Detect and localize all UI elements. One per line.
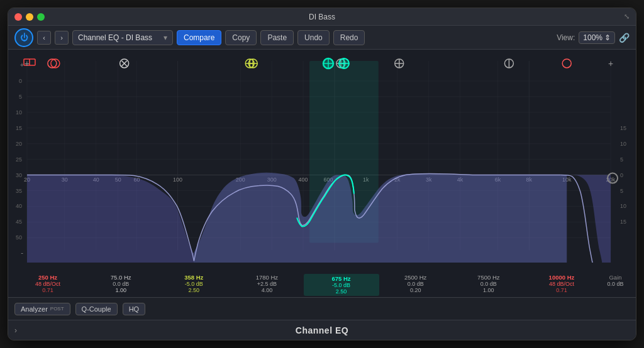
band-8-sub1: 48 dB/Oct xyxy=(549,281,574,287)
band-7-sub1: 0.0 dB xyxy=(480,281,497,287)
close-button[interactable] xyxy=(14,13,22,21)
svg-text:10: 10 xyxy=(620,203,626,209)
band-3-info: 358 Hz -5.0 dB 2.50 xyxy=(157,274,230,293)
band-5-sub2: 2.50 xyxy=(336,288,347,295)
svg-text:25: 25 xyxy=(16,156,22,163)
band-2-sub2: 1.00 xyxy=(115,287,126,293)
svg-text:5: 5 xyxy=(620,156,623,163)
q-couple-button[interactable]: Q-Couple xyxy=(75,303,118,315)
svg-text:10: 10 xyxy=(16,109,22,116)
copy-button[interactable]: Copy xyxy=(225,30,257,45)
footer: › Channel EQ xyxy=(8,320,636,340)
dropdown-arrow-icon: ▾ xyxy=(164,33,167,42)
band-5-info: 675 Hz -5.0 dB 2.50 xyxy=(304,274,379,296)
link-icon[interactable]: 🔗 xyxy=(619,33,630,43)
svg-text:10: 10 xyxy=(620,141,626,147)
window-title: DI Bass xyxy=(309,13,335,21)
gain-label: Gain xyxy=(609,274,621,281)
band-4-info: 1780 Hz +2.5 dB 4.00 xyxy=(230,274,303,293)
band-2-sub1: 0.0 dB xyxy=(113,281,129,287)
band-8-sub2: 0.71 xyxy=(556,287,567,293)
band-3-freq: 358 Hz xyxy=(184,274,203,281)
redo-button[interactable]: Redo xyxy=(333,30,365,45)
band-6-sub1: 0.0 dB xyxy=(408,281,424,287)
window-resize-icon[interactable]: ⤡ xyxy=(624,13,630,21)
svg-text:20: 20 xyxy=(16,141,22,147)
svg-text:15: 15 xyxy=(16,125,22,131)
band-5-sub1: -5.0 dB xyxy=(332,282,350,288)
compare-button[interactable]: Compare xyxy=(177,30,221,45)
svg-text:15: 15 xyxy=(620,125,626,131)
gain-value: 0.0 dB xyxy=(607,281,623,287)
band-5-freq: 675 Hz xyxy=(332,275,351,282)
title-bar: DI Bass ⤡ xyxy=(8,8,636,26)
minimize-button[interactable] xyxy=(26,13,33,21)
hq-button[interactable]: HQ xyxy=(123,303,146,315)
band-1-sub2: 0.71 xyxy=(42,287,53,293)
prev-button[interactable]: ‹ xyxy=(37,31,51,45)
svg-text:+: + xyxy=(20,61,24,68)
gain-info: Gain 0.0 dB xyxy=(598,274,633,287)
svg-text:100: 100 xyxy=(173,177,182,183)
band-4-sub2: 4.00 xyxy=(262,287,273,293)
band-1-freq: 250 Hz xyxy=(38,274,57,281)
svg-text:400: 400 xyxy=(299,177,308,183)
view-control: View: 100% ⇕ 🔗 xyxy=(557,31,630,44)
svg-text:+: + xyxy=(25,58,30,68)
svg-text:5: 5 xyxy=(620,188,623,194)
band-8-freq: 10000 Hz xyxy=(549,274,575,281)
footer-title: Channel EQ xyxy=(296,325,348,335)
band-3-sub1: -5.0 dB xyxy=(185,281,203,287)
eq-area[interactable]: 0 5 10 15 20 25 30 35 40 45 50 + - 15 10… xyxy=(8,50,636,297)
view-stepper-icon: ⇕ xyxy=(604,33,611,42)
expand-button[interactable]: › xyxy=(14,326,17,335)
svg-text:-: - xyxy=(21,249,23,256)
band-8-info: 10000 Hz 48 dB/Oct 0.71 xyxy=(525,274,598,293)
band-6-info: 2500 Hz 0.0 dB 0.20 xyxy=(379,274,452,293)
svg-text:45: 45 xyxy=(16,219,22,225)
svg-text:30: 30 xyxy=(16,172,22,178)
eq-canvas: 0 5 10 15 20 25 30 35 40 45 50 + - 15 10… xyxy=(8,50,636,263)
band-6-freq: 2500 Hz xyxy=(404,274,426,281)
band-3-sub2: 2.50 xyxy=(189,287,200,293)
paste-button[interactable]: Paste xyxy=(260,30,294,45)
toolbar: ⏻ ‹ › Channel EQ - DI Bass ▾ Compare Cop… xyxy=(8,26,636,50)
band-6-sub2: 0.20 xyxy=(410,287,421,293)
band-7-info: 7500 Hz 0.0 dB 1.00 xyxy=(452,274,525,293)
band-1-info: 250 Hz 48 dB/Oct 0.71 xyxy=(11,274,84,293)
band-info-row: 250 Hz 48 dB/Oct 0.71 75.0 Hz 0.0 dB 1.0… xyxy=(8,274,636,296)
bottom-bar: AnalyzerPOST Q-Couple HQ xyxy=(8,297,636,320)
band-7-sub2: 1.00 xyxy=(483,287,494,293)
svg-text:+: + xyxy=(608,58,613,68)
preset-dropdown[interactable]: Channel EQ - DI Bass ▾ xyxy=(72,30,173,45)
maximize-button[interactable] xyxy=(37,13,45,21)
band-4-sub1: +2.5 dB xyxy=(257,281,277,287)
svg-text:35: 35 xyxy=(16,188,22,194)
svg-text:0: 0 xyxy=(19,78,22,84)
svg-text:0: 0 xyxy=(620,172,623,178)
view-percent[interactable]: 100% ⇕ xyxy=(579,31,615,44)
svg-text:50: 50 xyxy=(16,234,22,241)
window-controls xyxy=(14,13,45,21)
svg-text:15: 15 xyxy=(620,219,626,225)
next-button[interactable]: › xyxy=(55,31,69,45)
band-2-freq: 75.0 Hz xyxy=(111,274,131,281)
power-button[interactable]: ⏻ xyxy=(14,28,33,47)
preset-name: Channel EQ - DI Bass xyxy=(78,33,152,42)
band-1-sub1: 48 dB/Oct xyxy=(35,281,60,287)
band-4-freq: 1780 Hz xyxy=(256,274,278,281)
svg-text:5: 5 xyxy=(19,94,22,100)
svg-text:40: 40 xyxy=(16,203,22,209)
view-label: View: xyxy=(557,33,575,42)
undo-button[interactable]: Undo xyxy=(297,30,330,45)
band-7-freq: 7500 Hz xyxy=(477,274,499,281)
band-2-info: 75.0 Hz 0.0 dB 1.00 xyxy=(84,274,157,293)
analyzer-button[interactable]: AnalyzerPOST xyxy=(14,303,70,315)
app-window: DI Bass ⤡ ⏻ ‹ › Channel EQ - DI Bass ▾ C… xyxy=(8,8,636,340)
